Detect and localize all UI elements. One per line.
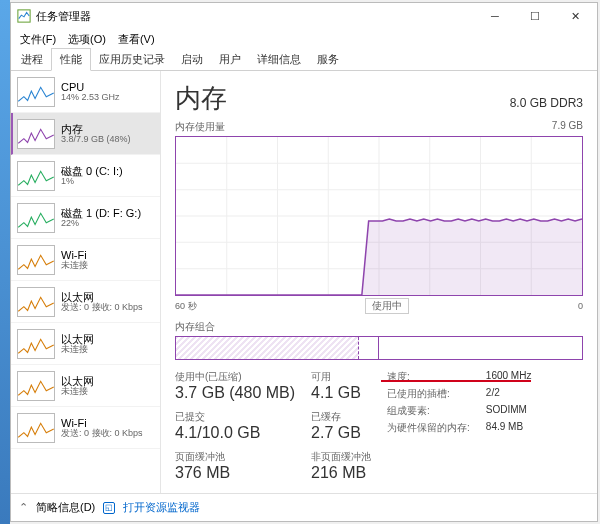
- sidebar-item-sub: 未连接: [61, 387, 94, 397]
- tab-details[interactable]: 详细信息: [249, 49, 309, 70]
- tab-services[interactable]: 服务: [309, 49, 347, 70]
- sidebar-item-6[interactable]: 以太网未连接: [11, 323, 160, 365]
- sidebar-item-4[interactable]: Wi-Fi未连接: [11, 239, 160, 281]
- sidebar-item-label: 以太网: [61, 291, 143, 303]
- tab-processes[interactable]: 进程: [13, 49, 51, 70]
- resource-monitor-icon: ◱: [103, 502, 115, 514]
- sidebar-item-0[interactable]: CPU14% 2.53 GHz: [11, 71, 160, 113]
- stat-right-val-2: SODIMM: [486, 404, 532, 418]
- tab-users[interactable]: 用户: [211, 49, 249, 70]
- stat-value: 2.7 GB: [311, 424, 371, 442]
- sidebar-item-7[interactable]: 以太网未连接: [11, 365, 160, 407]
- sidebar-item-sub: 22%: [61, 219, 141, 229]
- sidebar-item-sub: 1%: [61, 177, 123, 187]
- sidebar-item-label: CPU: [61, 81, 120, 93]
- composition-label: 内存组合: [175, 320, 583, 334]
- sidebar-thumb-icon: [17, 413, 55, 443]
- sidebar-thumb-icon: [17, 161, 55, 191]
- sidebar[interactable]: CPU14% 2.53 GHz内存3.8/7.9 GB (48%)磁盘 0 (C…: [11, 71, 161, 493]
- sidebar-item-label: Wi-Fi: [61, 417, 143, 429]
- sidebar-item-label: 以太网: [61, 375, 94, 387]
- tab-performance[interactable]: 性能: [51, 48, 91, 71]
- stat-value: 4.1 GB: [311, 384, 371, 402]
- menubar: 文件(F) 选项(O) 查看(V): [11, 29, 597, 49]
- sidebar-item-sub: 3.8/7.9 GB (48%): [61, 135, 131, 145]
- stat-value: 3.7 GB (480 MB): [175, 384, 295, 402]
- sidebar-item-2[interactable]: 磁盘 0 (C: I:)1%: [11, 155, 160, 197]
- sidebar-thumb-icon: [17, 371, 55, 401]
- sidebar-thumb-icon: [17, 203, 55, 233]
- tabs: 进程 性能 应用历史记录 启动 用户 详细信息 服务: [11, 49, 597, 71]
- chart-top-label: 内存使用量: [175, 120, 225, 134]
- stat-label: 已缓存: [311, 410, 371, 424]
- menu-view[interactable]: 查看(V): [113, 30, 160, 49]
- chevron-up-icon[interactable]: ⌃: [19, 501, 28, 514]
- tab-startup[interactable]: 启动: [173, 49, 211, 70]
- memory-usage-chart[interactable]: [175, 136, 583, 296]
- stat-value: 376 MB: [175, 464, 295, 482]
- sidebar-thumb-icon: [17, 287, 55, 317]
- sidebar-thumb-icon: [17, 245, 55, 275]
- window-title: 任务管理器: [36, 9, 475, 24]
- annotation-underline: [381, 380, 531, 382]
- menu-options[interactable]: 选项(O): [63, 30, 111, 49]
- stat-label: 可用: [311, 370, 371, 384]
- stat-left-0: 使用中(已压缩)3.7 GB (480 MB): [175, 370, 295, 402]
- titlebar[interactable]: 任务管理器 ─ ☐ ✕: [11, 3, 597, 29]
- sidebar-item-1[interactable]: 内存3.8/7.9 GB (48%): [11, 113, 160, 155]
- stat-mid-0: 可用4.1 GB: [311, 370, 371, 402]
- menu-file[interactable]: 文件(F): [15, 30, 61, 49]
- stat-right-key-1: 已使用的插槽:: [387, 387, 470, 401]
- sidebar-item-sub: 发送: 0 接收: 0 Kbps: [61, 429, 143, 439]
- stat-label: 页面缓冲池: [175, 450, 295, 464]
- close-button[interactable]: ✕: [555, 3, 595, 29]
- stat-right-key-3: 为硬件保留的内存:: [387, 421, 470, 435]
- stat-value: 216 MB: [311, 464, 371, 482]
- stat-mid-1: 已缓存2.7 GB: [311, 410, 371, 442]
- footer: ⌃ 简略信息(D) ◱ 打开资源监视器: [11, 493, 597, 521]
- composition-modified: [359, 337, 379, 359]
- sidebar-item-label: 磁盘 0 (C: I:): [61, 165, 123, 177]
- sidebar-item-3[interactable]: 磁盘 1 (D: F: G:)22%: [11, 197, 160, 239]
- sidebar-item-5[interactable]: 以太网发送: 0 接收: 0 Kbps: [11, 281, 160, 323]
- chart-x-right: 0: [578, 301, 583, 311]
- sidebar-item-label: 以太网: [61, 333, 94, 345]
- minimize-button[interactable]: ─: [475, 3, 515, 29]
- sidebar-item-8[interactable]: Wi-Fi发送: 0 接收: 0 Kbps: [11, 407, 160, 449]
- stat-value: 4.1/10.0 GB: [175, 424, 295, 442]
- stat-right-val-1: 2/2: [486, 387, 532, 401]
- stat-left-2: 页面缓冲池376 MB: [175, 450, 295, 482]
- tab-app-history[interactable]: 应用历史记录: [91, 49, 173, 70]
- task-manager-window: 任务管理器 ─ ☐ ✕ 文件(F) 选项(O) 查看(V) 进程 性能 应用历史…: [10, 2, 598, 522]
- sidebar-item-label: 磁盘 1 (D: F: G:): [61, 207, 141, 219]
- chart-x-left: 60 秒: [175, 300, 197, 313]
- composition-in-use: [176, 337, 359, 359]
- sidebar-item-sub: 未连接: [61, 261, 88, 271]
- sidebar-thumb-icon: [17, 77, 55, 107]
- main-panel: 内存 8.0 GB DDR3 内存使用量 7.9 GB 60 秒 使用中 0 内…: [161, 71, 597, 493]
- composition-bar[interactable]: [175, 336, 583, 360]
- stat-mid-2: 非页面缓冲池216 MB: [311, 450, 371, 482]
- page-title: 内存: [175, 81, 227, 116]
- maximize-button[interactable]: ☐: [515, 3, 555, 29]
- sidebar-thumb-icon: [17, 119, 55, 149]
- sidebar-item-sub: 未连接: [61, 345, 94, 355]
- stat-label: 已提交: [175, 410, 295, 424]
- stat-right-val-3: 84.9 MB: [486, 421, 532, 435]
- less-details-button[interactable]: 简略信息(D): [36, 500, 95, 515]
- sidebar-item-sub: 发送: 0 接收: 0 Kbps: [61, 303, 143, 313]
- chart-top-right: 7.9 GB: [552, 120, 583, 134]
- open-resource-monitor-link[interactable]: 打开资源监视器: [123, 500, 200, 515]
- stat-right-key-2: 组成要素:: [387, 404, 470, 418]
- stat-label: 使用中(已压缩): [175, 370, 295, 384]
- stats: 使用中(已压缩)3.7 GB (480 MB)已提交4.1/10.0 GB页面缓…: [175, 370, 583, 482]
- stat-label: 非页面缓冲池: [311, 450, 371, 464]
- desktop-left-strip: [0, 0, 10, 524]
- sidebar-item-label: Wi-Fi: [61, 249, 88, 261]
- memory-spec: 8.0 GB DDR3: [510, 96, 583, 110]
- sidebar-item-sub: 14% 2.53 GHz: [61, 93, 120, 103]
- usage-marker: 使用中: [365, 298, 409, 314]
- sidebar-thumb-icon: [17, 329, 55, 359]
- stat-left-1: 已提交4.1/10.0 GB: [175, 410, 295, 442]
- app-icon: [17, 9, 31, 23]
